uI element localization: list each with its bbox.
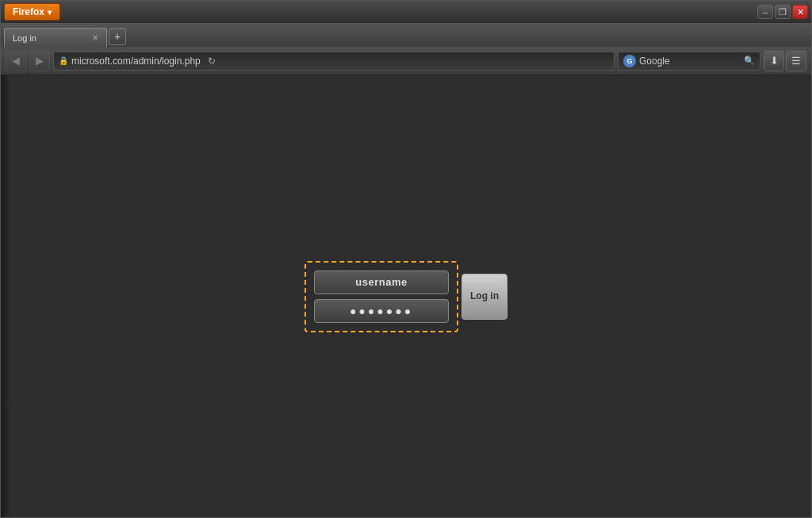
title-bar-left: Firefox	[4, 3, 60, 21]
left-panel-shadow	[1, 75, 10, 517]
search-bar[interactable]: G Google 🔍	[618, 52, 760, 71]
menu-button[interactable]: ☰	[786, 51, 806, 71]
title-bar-controls: – ❐ ✕	[757, 5, 808, 19]
restore-button[interactable]: ❐	[775, 5, 791, 19]
google-icon: G	[623, 55, 636, 67]
tab-close-icon[interactable]: ✕	[92, 33, 98, 42]
login-container: username ●●●●●●● Log in	[304, 261, 508, 332]
username-input[interactable]: username	[314, 271, 449, 294]
tab-login[interactable]: Log in ✕	[4, 28, 107, 47]
tab-bar: Log in ✕ +	[1, 23, 811, 47]
address-text: microsoft.com/admin/login.php	[71, 56, 201, 67]
password-input[interactable]: ●●●●●●●	[314, 299, 449, 323]
nav-extra-buttons: ⬇ ☰	[764, 51, 806, 71]
minimize-button[interactable]: –	[757, 5, 773, 19]
reload-button[interactable]: ↻	[204, 53, 220, 69]
login-form-box: username ●●●●●●●	[304, 261, 458, 332]
page-content: username ●●●●●●● Log in	[1, 75, 811, 517]
search-button[interactable]: 🔍	[744, 56, 755, 66]
title-bar: Firefox – ❐ ✕	[1, 1, 811, 23]
firefox-menu-button[interactable]: Firefox	[4, 3, 60, 21]
tab-login-label: Log in	[13, 33, 36, 43]
forward-button[interactable]: ▶	[29, 51, 50, 71]
login-button[interactable]: Log in	[462, 274, 508, 320]
download-button[interactable]: ⬇	[764, 51, 784, 71]
search-input-text: Google	[639, 56, 741, 67]
address-bar[interactable]: 🔒 microsoft.com/admin/login.php ↻	[53, 52, 615, 71]
lock-icon: 🔒	[59, 56, 68, 65]
browser-window: Firefox – ❐ ✕ Log in ✕ + ◀ ▶ 🔒 microsoft…	[0, 0, 812, 518]
navigation-bar: ◀ ▶ 🔒 microsoft.com/admin/login.php ↻ G …	[1, 47, 811, 75]
new-tab-button[interactable]: +	[109, 28, 126, 45]
close-button[interactable]: ✕	[792, 5, 808, 19]
back-button[interactable]: ◀	[6, 51, 26, 71]
